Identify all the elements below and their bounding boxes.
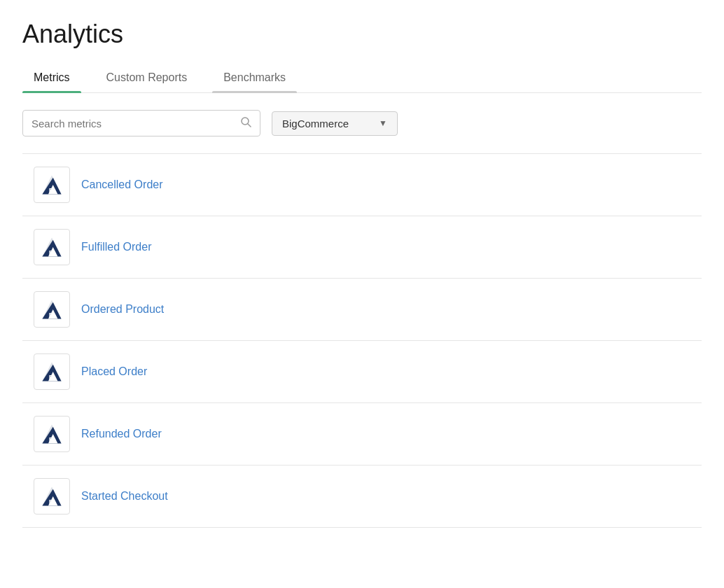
filters-row: BigCommerce ▼ xyxy=(22,110,702,136)
metric-label-started-checkout[interactable]: Started Checkout xyxy=(81,490,168,503)
tab-benchmarks[interactable]: Benchmarks xyxy=(212,63,297,92)
metric-icon-ordered-product: B xyxy=(34,291,70,328)
metric-row[interactable]: B Ordered Product xyxy=(22,279,702,341)
svg-text:B: B xyxy=(49,436,54,443)
metric-icon-refunded-order: B xyxy=(34,416,70,452)
content-area: BigCommerce ▼ B Cancelled Order xyxy=(0,93,724,545)
metric-row[interactable]: B Refunded Order xyxy=(22,403,702,465)
metric-label-placed-order[interactable]: Placed Order xyxy=(81,365,147,378)
tab-metrics[interactable]: Metrics xyxy=(22,63,81,92)
svg-text:B: B xyxy=(49,187,54,194)
provider-dropdown-value: BigCommerce xyxy=(282,118,349,130)
chevron-down-icon: ▼ xyxy=(379,118,387,128)
svg-text:B: B xyxy=(49,374,54,381)
svg-text:B: B xyxy=(49,249,54,256)
metric-row[interactable]: B Started Checkout xyxy=(22,465,702,528)
metrics-list: B Cancelled Order B Fulfilled Order xyxy=(22,153,702,528)
metric-icon-started-checkout: B xyxy=(34,478,70,514)
tabs-navigation: Metrics Custom Reports Benchmarks xyxy=(22,63,702,93)
page-title: Analytics xyxy=(22,20,702,49)
tab-custom-reports[interactable]: Custom Reports xyxy=(95,63,199,92)
metric-label-refunded-order[interactable]: Refunded Order xyxy=(81,428,162,440)
page-header: Analytics Metrics Custom Reports Benchma… xyxy=(0,0,724,93)
metric-icon-cancelled-order: B xyxy=(34,167,70,203)
provider-dropdown[interactable]: BigCommerce ▼ xyxy=(272,111,398,136)
svg-line-1 xyxy=(248,124,251,127)
search-box xyxy=(22,110,260,136)
search-input[interactable] xyxy=(32,118,237,130)
svg-text:B: B xyxy=(49,312,54,318)
metric-label-fulfilled-order[interactable]: Fulfilled Order xyxy=(81,241,151,253)
metric-row[interactable]: B Fulfilled Order xyxy=(22,216,702,279)
metric-row[interactable]: B Placed Order xyxy=(22,341,702,403)
metric-icon-fulfilled-order: B xyxy=(34,229,70,265)
search-icon xyxy=(240,116,251,130)
metric-icon-placed-order: B xyxy=(34,354,70,390)
metric-row[interactable]: B Cancelled Order xyxy=(22,154,702,216)
metric-label-ordered-product[interactable]: Ordered Product xyxy=(81,303,164,316)
metric-label-cancelled-order[interactable]: Cancelled Order xyxy=(81,178,163,191)
svg-text:B: B xyxy=(49,498,54,505)
